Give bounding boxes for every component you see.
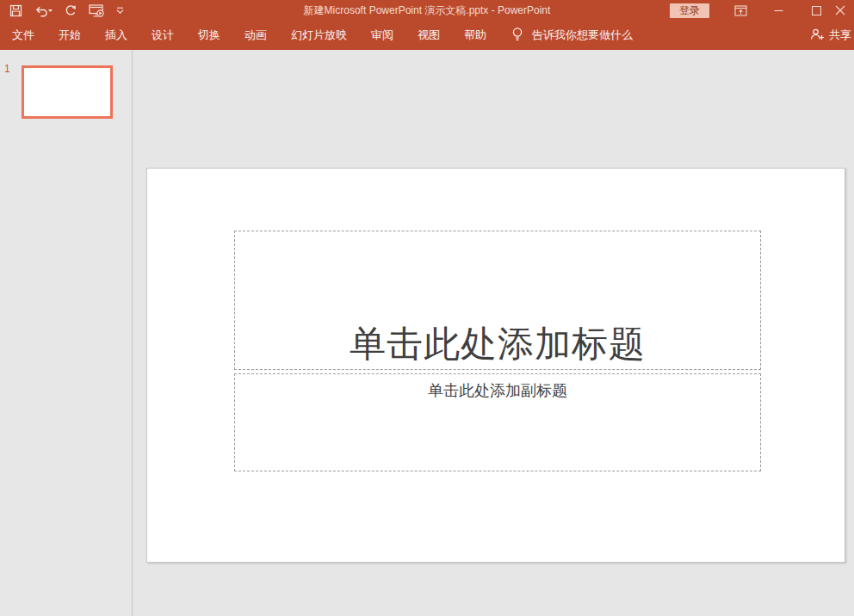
minimize-button[interactable] [759, 0, 797, 21]
window-title: 新建Microsoft PowerPoint 演示文稿.pptx - Power… [304, 0, 551, 21]
subtitle-placeholder[interactable]: 单击此处添加副标题 [234, 373, 761, 471]
add-person-icon [810, 28, 825, 44]
customize-quick-access-toolbar-button[interactable] [116, 2, 124, 19]
tab-help[interactable]: 帮助 [452, 21, 498, 50]
title-placeholder[interactable]: 单击此处添加标题 [234, 231, 761, 370]
tab-view[interactable]: 视图 [405, 21, 452, 50]
lightbulb-icon [511, 26, 524, 46]
minimize-icon [774, 6, 783, 15]
ribbon-tabs: 文件 开始 插入 设计 切换 动画 幻灯片放映 审阅 视图 帮助 [0, 21, 498, 50]
maximize-icon [812, 6, 821, 15]
slide-canvas[interactable]: 单击此处添加标题 单击此处添加副标题 [146, 168, 845, 563]
tell-me-box[interactable]: 告诉我你想要做什么 [511, 26, 633, 46]
ribbon-tab-row: 文件 开始 插入 设计 切换 动画 幻灯片放映 审阅 视图 帮助 告诉我你想要做… [0, 21, 854, 50]
tab-animations[interactable]: 动画 [232, 21, 279, 50]
quick-access-toolbar [0, 0, 124, 21]
sign-in-button[interactable]: 登录 [670, 3, 709, 18]
workspace: 1 单击此处添加标题 单击此处添加副标题 [0, 50, 854, 616]
save-icon [9, 4, 22, 17]
save-button[interactable] [9, 2, 22, 19]
tab-file[interactable]: 文件 [0, 21, 46, 50]
redo-icon [64, 3, 77, 17]
start-slideshow-icon [89, 3, 105, 18]
ribbon-display-options-button[interactable] [721, 0, 759, 21]
title-placeholder-text: 单击此处添加标题 [350, 319, 646, 369]
share-label: 共享 [829, 28, 851, 43]
slide-thumbnail[interactable] [22, 65, 113, 119]
titlebar-controls: 登录 [670, 0, 854, 21]
tab-review[interactable]: 审阅 [359, 21, 405, 50]
close-button[interactable] [835, 0, 854, 21]
undo-icon [34, 4, 53, 17]
slide-number: 1 [4, 63, 10, 75]
tab-transitions[interactable]: 切换 [186, 21, 232, 50]
tab-home[interactable]: 开始 [46, 21, 93, 50]
maximize-button[interactable] [797, 0, 835, 21]
tab-design[interactable]: 设计 [139, 21, 186, 50]
slide-thumbnail-panel: 1 [0, 50, 133, 616]
ribbon-display-options-icon [734, 5, 747, 16]
redo-button[interactable] [64, 2, 77, 19]
subtitle-placeholder-text: 单击此处添加副标题 [428, 380, 567, 401]
tab-slideshow[interactable]: 幻灯片放映 [279, 21, 359, 50]
share-button[interactable]: 共享 [810, 21, 851, 50]
customize-qat-icon [116, 7, 124, 15]
tab-insert[interactable]: 插入 [93, 21, 139, 50]
tell-me-label: 告诉我你想要做什么 [532, 28, 633, 43]
start-slideshow-button[interactable] [89, 2, 105, 19]
close-icon [835, 5, 845, 15]
title-bar: 新建Microsoft PowerPoint 演示文稿.pptx - Power… [0, 0, 854, 21]
undo-button[interactable] [34, 2, 53, 19]
